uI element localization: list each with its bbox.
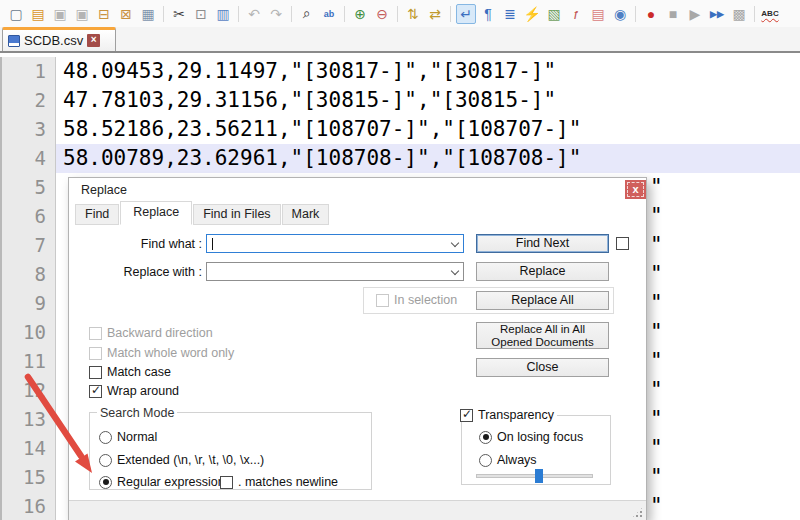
- macro-record-icon: ●: [647, 6, 655, 22]
- dialog-tab-strip: Find Replace Find in Files Mark: [75, 202, 330, 225]
- search-mode-normal-option[interactable]: Normal: [99, 430, 157, 444]
- backward-direction-checkbox: [89, 327, 102, 340]
- word-wrap-icon: ↵: [460, 6, 472, 22]
- chevron-down-icon[interactable]: [451, 239, 459, 247]
- line-number: 7: [0, 231, 56, 260]
- toolbar-redo-button: ↷: [266, 4, 286, 24]
- toolbar-document-map-button[interactable]: ▧: [544, 4, 564, 24]
- in-selection-checkbox[interactable]: [376, 294, 389, 307]
- always-radio[interactable]: [479, 454, 492, 467]
- file-tab-scdb-csv[interactable]: SCDB.csv ×: [2, 27, 116, 51]
- indent-guide-icon: ≣: [504, 6, 516, 22]
- toolbar-zoom-out-button[interactable]: ⊖: [372, 4, 392, 24]
- line-number: 1: [0, 57, 56, 86]
- toolbar-show-all-characters-button[interactable]: ¶: [478, 4, 498, 24]
- toolbar-separator: [238, 6, 239, 22]
- print-icon: ▦: [141, 6, 154, 22]
- toolbar-new-file-button[interactable]: ▢: [6, 4, 26, 24]
- search-mode-legend: Search Mode: [97, 406, 177, 420]
- dialog-title[interactable]: Replace: [81, 183, 127, 197]
- tab-close-icon[interactable]: ×: [87, 34, 100, 47]
- transparency-label: Transparency: [478, 408, 554, 422]
- toolbar-cut-button[interactable]: ✂: [169, 4, 189, 24]
- toolbar-indent-guide-button[interactable]: ≣: [500, 4, 520, 24]
- toolbar-sync-vertical-scroll-button[interactable]: ⇅: [403, 4, 423, 24]
- line-number: 5: [0, 173, 56, 202]
- transparency-option[interactable]: Transparency: [457, 408, 557, 422]
- tab-find[interactable]: Find: [75, 204, 119, 225]
- toolbar-user-defined-language-button[interactable]: ⚡: [522, 4, 542, 24]
- toolbar-separator: [397, 6, 398, 22]
- user-defined-language-icon: ⚡: [523, 6, 540, 22]
- toolbar-document-monitor-eye-button[interactable]: ◉: [610, 4, 630, 24]
- toolbar-close-all-documents-button[interactable]: ⊠: [116, 4, 136, 24]
- zoom-out-icon: ⊖: [376, 6, 388, 22]
- search-mode-extended-option[interactable]: Extended (\n, \r, \t, \0, \x...): [99, 453, 264, 467]
- close-button[interactable]: Close: [476, 358, 609, 377]
- tab-mark[interactable]: Mark: [282, 204, 330, 225]
- replace-all-button[interactable]: Replace All: [476, 291, 609, 310]
- transparency-slider-thumb[interactable]: [535, 469, 543, 483]
- toolbar-find-button[interactable]: ⌕: [297, 4, 317, 24]
- toolbar-spell-check-button[interactable]: ABC: [760, 4, 780, 24]
- search-mode-regex-option[interactable]: Regular expression: [99, 475, 225, 489]
- wrap-around-option[interactable]: Wrap around: [89, 384, 179, 398]
- on-losing-focus-option[interactable]: On losing focus: [479, 430, 583, 444]
- toolbar-function-list-button[interactable]: ƒ: [566, 4, 586, 24]
- matches-newline-option[interactable]: . matches newline: [220, 475, 338, 489]
- normal-label: Normal: [117, 430, 157, 444]
- new-file-icon: ▢: [9, 6, 22, 22]
- dialog-close-button[interactable]: x: [625, 180, 646, 199]
- replace-with-combobox[interactable]: [206, 262, 464, 281]
- matches-newline-checkbox[interactable]: [220, 476, 233, 489]
- toolbar-macro-record-button[interactable]: ●: [641, 4, 661, 24]
- normal-radio[interactable]: [99, 431, 112, 444]
- toolbar-close-document-button[interactable]: ⊟: [94, 4, 114, 24]
- redo-icon: ↷: [270, 6, 282, 22]
- wrap-around-checkbox[interactable]: [89, 385, 102, 398]
- toolbar-separator: [163, 6, 164, 22]
- tab-find-in-files[interactable]: Find in Files: [193, 204, 280, 225]
- line-text[interactable]: 58.00789,23.62961,"[108708-]","[108708-]…: [56, 144, 800, 173]
- line-text[interactable]: 47.78103,29.31156,"[30815-]","[30815-]": [56, 86, 800, 115]
- match-case-option[interactable]: Match case: [89, 365, 171, 379]
- find-what-combobox[interactable]: [206, 234, 464, 253]
- resize-grip[interactable]: [631, 506, 644, 519]
- transparency-checkbox[interactable]: [460, 409, 473, 422]
- toolbar-separator: [291, 6, 292, 22]
- always-option[interactable]: Always: [479, 453, 537, 467]
- replace-all-opened-button[interactable]: Replace All in All Opened Documents: [476, 322, 609, 349]
- close-document-icon: ⊟: [98, 6, 110, 22]
- replace-icon: ab: [324, 9, 335, 19]
- line-text[interactable]: 48.09453,29.11497,"[30817-]","[30817-]": [56, 57, 800, 86]
- toolbar-macro-run-multiple-button[interactable]: ▶▶: [707, 4, 727, 24]
- transparency-slider[interactable]: [476, 474, 593, 478]
- line-number: 3: [0, 115, 56, 144]
- toolbar-paste-button[interactable]: ▥: [213, 4, 233, 24]
- match-case-checkbox[interactable]: [89, 366, 102, 379]
- toolbar-replace-button[interactable]: ab: [319, 4, 339, 24]
- on-losing-focus-radio[interactable]: [479, 431, 492, 444]
- toolbar-copy-button[interactable]: ⊡: [191, 4, 211, 24]
- regular-expression-radio[interactable]: [99, 476, 112, 489]
- swap-checkbox[interactable]: [616, 237, 629, 250]
- in-selection-option[interactable]: In selection: [376, 293, 457, 307]
- tab-replace[interactable]: Replace: [120, 201, 192, 225]
- line-text[interactable]: 58.52186,23.56211,"[108707-]","[108707-]…: [56, 115, 800, 144]
- toolbar-word-wrap-button[interactable]: ↵: [456, 4, 476, 24]
- toolbar-zoom-in-button[interactable]: ⊕: [350, 4, 370, 24]
- find-next-button[interactable]: Find Next: [476, 234, 609, 253]
- toolbar-separator: [450, 6, 451, 22]
- toolbar: ▢▤▣▣⊟⊠▦✂⊡▥↶↷⌕ab⊕⊖⇅⇄↵¶≣⚡▧ƒ▤◉●■▶▶▶▩ABC: [0, 0, 800, 27]
- document-map-icon: ▧: [547, 6, 560, 22]
- toolbar-sync-horizontal-scroll-button[interactable]: ⇄: [425, 4, 445, 24]
- toolbar-open-folder-button[interactable]: ▤: [28, 4, 48, 24]
- replace-button[interactable]: Replace: [476, 262, 609, 281]
- chevron-down-icon[interactable]: [451, 267, 459, 275]
- toolbar-folder-as-workspace-button[interactable]: ▤: [588, 4, 608, 24]
- line-number: 16: [0, 492, 56, 520]
- toolbar-print-button[interactable]: ▦: [138, 4, 158, 24]
- extended-radio[interactable]: [99, 454, 112, 467]
- notepadpp-window: ▢▤▣▣⊟⊠▦✂⊡▥↶↷⌕ab⊕⊖⇅⇄↵¶≣⚡▧ƒ▤◉●■▶▶▶▩ABC SCD…: [0, 0, 800, 520]
- editor-line: 358.52186,23.56211,"[108707-]","[108707-…: [0, 115, 800, 144]
